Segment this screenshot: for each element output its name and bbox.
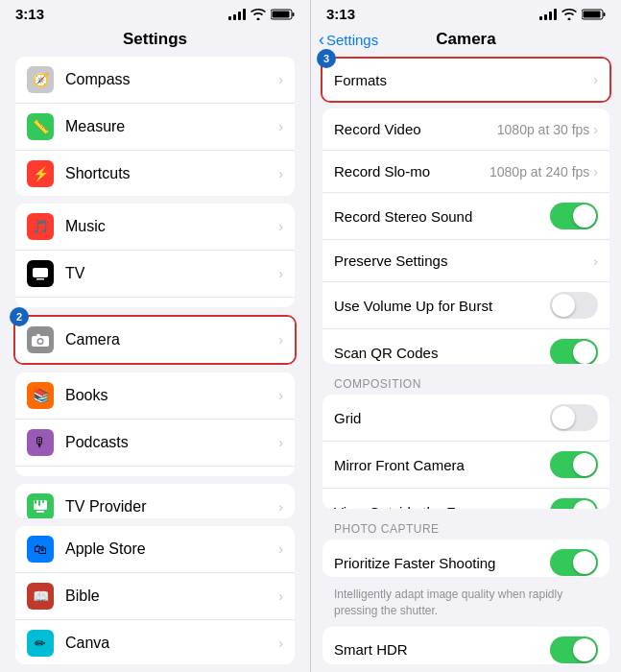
chevron-right-icon: › [278, 332, 283, 348]
step-badge-3: 3 [317, 49, 336, 68]
left-group-apps: 🛍 Apple Store › 📖 Bible › ✏ Canva › 🌐 Ch… [15, 526, 295, 665]
step-badge-2: 2 [10, 307, 29, 326]
right-nav-title: Camera [436, 30, 495, 49]
settings-item-qr-codes[interactable]: Scan QR Codes [322, 329, 609, 364]
prioritize-description: Intelligently adapt image quality when r… [311, 585, 621, 627]
left-group-1: 🧭 Compass › 📏 Measure › ⚡ Shortcuts › ❤️… [15, 57, 295, 196]
formats-highlighted: Formats › [321, 57, 611, 103]
right-group-video: Record Video 1080p at 30 fps › Record Sl… [322, 108, 609, 364]
podcasts-icon: 🎙 [27, 429, 54, 456]
settings-item-apple-store[interactable]: 🛍 Apple Store › [15, 526, 295, 573]
stereo-toggle[interactable] [550, 203, 598, 229]
chevron-right-icon: › [593, 72, 598, 87]
signal-icon [228, 9, 246, 20]
right-nav-header: ‹ Settings Camera [311, 26, 621, 57]
right-wifi-icon [561, 9, 577, 20]
qr-toggle[interactable] [550, 339, 598, 364]
left-panel: 3:13 Settings 🧭 [0, 0, 310, 672]
music-icon: 🎵 [27, 213, 54, 240]
left-group-3: 📚 Books › 🎙 Podcasts › 🎮 Game Center › [15, 372, 295, 476]
shortcuts-icon: ⚡ [27, 160, 54, 187]
right-group-photo-capture: Prioritize Faster Shooting [322, 540, 609, 577]
right-time: 3:13 [326, 6, 355, 22]
settings-item-game-center[interactable]: 🎮 Game Center › [15, 467, 295, 476]
left-group-2: 🎵 Music › TV › 🌸 Photos › [15, 204, 295, 307]
settings-item-record-video[interactable]: Record Video 1080p at 30 fps › [322, 108, 609, 151]
prioritize-toggle[interactable] [550, 549, 598, 576]
measure-icon: 📏 [27, 113, 54, 140]
settings-item-photos[interactable]: 🌸 Photos › [15, 298, 295, 307]
chevron-right-icon: › [593, 164, 598, 180]
chevron-right-icon: › [278, 72, 283, 87]
settings-item-grid[interactable]: Grid [322, 395, 609, 442]
books-icon: 📚 [27, 382, 54, 409]
back-chevron-icon: ‹ [319, 31, 324, 48]
settings-item-smart-hdr[interactable]: Smart HDR [322, 627, 609, 664]
settings-item-podcasts[interactable]: 🎙 Podcasts › [15, 420, 295, 467]
camera-group-wrapper: 2 Camera › [13, 315, 297, 365]
right-status-bar: 3:13 [311, 0, 621, 26]
chevron-right-icon: › [593, 122, 598, 137]
battery-icon [271, 9, 295, 20]
right-battery-icon [582, 9, 606, 20]
view-outside-toggle[interactable] [550, 498, 598, 509]
composition-section-label: COMPOSITION [311, 372, 621, 395]
settings-item-camera[interactable]: Camera › [15, 317, 295, 363]
tv-icon [27, 260, 54, 287]
right-signal-icon [539, 9, 557, 20]
smart-hdr-toggle[interactable] [550, 636, 598, 663]
settings-item-volume-burst[interactable]: Use Volume Up for Burst [322, 282, 609, 329]
svg-rect-16 [584, 11, 601, 17]
chevron-right-icon: › [278, 588, 283, 604]
settings-item-tv-provider[interactable]: TV Provider › [15, 484, 295, 518]
svg-point-7 [38, 339, 42, 343]
settings-item-compass[interactable]: 🧭 Compass › [15, 57, 295, 104]
formats-wrapper: 3 Formats › [321, 57, 611, 103]
settings-item-measure[interactable]: 📏 Measure › [15, 104, 295, 151]
left-status-icons [228, 9, 295, 20]
chevron-right-icon: › [278, 166, 283, 181]
svg-rect-12 [38, 500, 40, 506]
grid-toggle[interactable] [550, 404, 598, 431]
wifi-icon [251, 9, 266, 20]
settings-item-music[interactable]: 🎵 Music › [15, 204, 295, 251]
volume-burst-toggle[interactable] [550, 292, 598, 319]
settings-item-tv[interactable]: TV › [15, 251, 295, 298]
settings-item-record-slo-mo[interactable]: Record Slo-mo 1080p at 240 fps › [322, 151, 609, 193]
settings-item-record-stereo[interactable]: Record Stereo Sound [322, 193, 609, 240]
svg-rect-13 [42, 500, 44, 503]
settings-item-shortcuts[interactable]: ⚡ Shortcuts › [15, 151, 295, 196]
tv-provider-icon [27, 493, 54, 518]
right-status-icons [539, 9, 606, 20]
settings-item-view-outside[interactable]: View Outside the Frame [322, 489, 609, 509]
photo-capture-section-label: PHOTO CAPTURE [311, 516, 621, 540]
chevron-right-icon: › [278, 435, 283, 450]
settings-item-formats[interactable]: Formats › [322, 59, 609, 101]
svg-rect-2 [273, 11, 290, 17]
mirror-toggle[interactable] [550, 451, 598, 478]
svg-rect-15 [604, 12, 606, 16]
shortcuts-label: Shortcuts [65, 165, 278, 182]
apple-store-icon: 🛍 [27, 536, 54, 563]
svg-rect-8 [36, 334, 40, 336]
chevron-right-icon: › [278, 388, 283, 403]
right-panel: 3:13 ‹ Settings Camera [310, 0, 621, 672]
left-nav-header: Settings [0, 26, 310, 57]
chevron-right-icon: › [278, 266, 283, 281]
chevron-right-icon: › [278, 219, 283, 234]
camera-icon [27, 326, 54, 353]
left-time: 3:13 [15, 6, 44, 22]
settings-item-prioritize-faster[interactable]: Prioritize Faster Shooting [322, 540, 609, 577]
left-group-4: TV Provider › [15, 484, 295, 518]
left-status-bar: 3:13 [0, 0, 310, 26]
settings-item-canva[interactable]: ✏ Canva › [15, 620, 295, 665]
settings-item-books[interactable]: 📚 Books › [15, 372, 295, 420]
svg-rect-1 [293, 12, 295, 16]
settings-item-preserve[interactable]: Preserve Settings › [322, 240, 609, 282]
settings-item-bible[interactable]: 📖 Bible › [15, 573, 295, 620]
compass-icon: 🧭 [27, 66, 54, 93]
right-group-composition: Grid Mirror Front Camera View Outside th… [322, 395, 609, 509]
chevron-right-icon: › [278, 499, 283, 515]
settings-item-mirror-front[interactable]: Mirror Front Camera [322, 442, 609, 489]
back-button[interactable]: ‹ Settings [319, 32, 378, 48]
